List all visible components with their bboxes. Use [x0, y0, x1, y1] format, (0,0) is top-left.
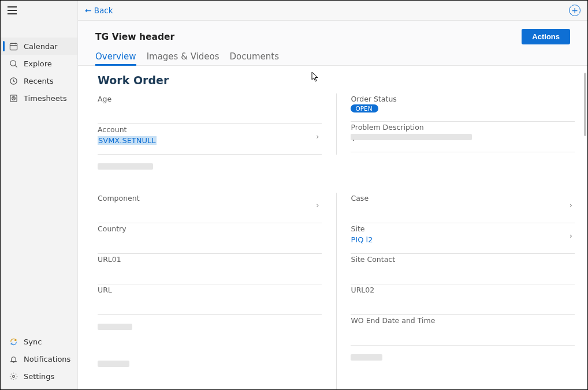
column-separator — [336, 93, 337, 155]
field-label: URL02 — [351, 286, 575, 294]
field-order-status[interactable]: Order Status OPEN — [351, 93, 575, 122]
field-value: PIQ l2 — [351, 235, 575, 244]
sidebar-item-recents[interactable]: Recents — [1, 72, 77, 89]
field-group-2: Component › Country URL01 URL — [98, 193, 575, 389]
field-redacted-right-1 — [351, 346, 575, 382]
sidebar-item-label: Explore — [24, 59, 52, 68]
field-site[interactable]: Site PIQ l2 › — [351, 223, 575, 254]
field-redacted-left-2 — [98, 315, 322, 352]
field-redacted-left-1 — [98, 155, 322, 193]
tab-images-videos[interactable]: Images & Videos — [147, 51, 219, 65]
field-label: Age — [98, 95, 322, 103]
sidebar-item-notifications[interactable]: Notifications — [1, 350, 77, 367]
gear-icon — [9, 372, 18, 381]
menu-icon[interactable] — [8, 6, 17, 14]
col-right: Order Status OPEN Problem Description — [350, 93, 575, 155]
sidebar-item-label: Timesheets — [24, 94, 67, 103]
field-url01[interactable]: URL01 — [98, 254, 322, 284]
tab-overview[interactable]: Overview — [95, 51, 136, 65]
back-arrow-icon: ← — [85, 6, 92, 15]
svg-point-4 — [10, 60, 15, 65]
field-case[interactable]: Case › — [351, 193, 575, 223]
chevron-right-icon: › — [316, 201, 319, 209]
sync-icon — [9, 337, 18, 346]
calendar-icon — [9, 42, 18, 51]
sidebar-item-label: Calendar — [24, 42, 57, 51]
sidebar-item-sync[interactable]: Sync — [1, 333, 77, 350]
status-badge: OPEN — [351, 104, 378, 112]
timesheet-icon — [9, 93, 18, 103]
scroller[interactable]: Work Order Age Account SVMX.SETNULL › — [78, 66, 582, 389]
svg-point-11 — [12, 375, 14, 377]
col-left: Phone — [98, 389, 322, 389]
col-left: Component › Country URL01 URL — [98, 193, 322, 389]
sidebar: Calendar Explore Recen — [1, 1, 78, 389]
field-problem-description[interactable]: Problem Description — [351, 122, 575, 152]
field-group-1: Age Account SVMX.SETNULL › Order Status … — [98, 93, 575, 155]
chevron-right-icon: › — [570, 201, 572, 209]
field-account[interactable]: Account SVMX.SETNULL › — [98, 124, 322, 155]
search-icon — [9, 59, 18, 68]
sidebar-item-label: Recents — [24, 77, 54, 85]
field-url[interactable]: URL — [98, 284, 322, 315]
nav-top: Calendar Explore Recen — [1, 20, 77, 107]
col-right: Case › Site PIQ l2 › Site Contact URL0 — [350, 193, 575, 389]
sidebar-item-explore[interactable]: Explore — [1, 55, 77, 72]
field-label: Country — [98, 224, 322, 233]
field-site-contact[interactable]: Site Contact — [351, 254, 575, 284]
col-right — [350, 155, 575, 193]
sidebar-item-timesheets[interactable]: Timesheets — [1, 89, 77, 107]
tab-documents[interactable]: Documents — [230, 51, 280, 65]
col-left: Age Account SVMX.SETNULL › — [98, 93, 322, 155]
clock-icon — [9, 76, 18, 85]
chevron-right-icon: › — [316, 132, 319, 141]
field-wo-end-date[interactable]: WO End Date and Time — [351, 315, 575, 346]
nav-bottom: Sync Notifications Setti — [1, 333, 77, 389]
field-label: Site Contact — [351, 255, 575, 264]
field-label: WO End Date and Time — [351, 316, 575, 325]
actions-button[interactable]: Actions — [522, 29, 570, 44]
sidebar-item-label: Sync — [24, 337, 42, 346]
section-title: Work Order — [98, 74, 575, 87]
back-button[interactable]: ← Back — [85, 6, 113, 15]
field-component[interactable]: Component › — [98, 193, 322, 223]
header-row: TG View header Actions — [95, 29, 570, 44]
field-label: Component — [98, 194, 322, 202]
col-left — [98, 155, 322, 193]
field-value-redacted — [351, 134, 575, 142]
field-group-1b — [98, 155, 575, 193]
field-label: URL01 — [98, 255, 322, 264]
field-label: URL — [98, 286, 322, 294]
bell-icon — [9, 354, 18, 363]
main: ← Back + TG View header Actions Overview… — [78, 1, 587, 389]
tabs: Overview Images & Videos Documents — [95, 51, 570, 65]
sidebar-item-settings[interactable]: Settings — [1, 367, 77, 385]
content-area: Work Order Age Account SVMX.SETNULL › — [78, 66, 587, 389]
col-right — [350, 389, 575, 389]
field-label: Case — [351, 194, 575, 202]
svg-line-5 — [15, 65, 17, 67]
plus-icon: + — [571, 6, 578, 14]
sidebar-item-calendar[interactable]: Calendar — [1, 38, 77, 55]
sidebar-item-label: Notifications — [24, 355, 70, 363]
scrollbar[interactable] — [584, 73, 586, 136]
field-url02[interactable]: URL02 — [351, 284, 575, 315]
svg-line-10 — [13, 98, 14, 99]
field-country[interactable]: Country — [98, 223, 322, 254]
field-value: SVMX.SETNULL — [98, 136, 157, 145]
field-phone[interactable]: Phone — [98, 389, 322, 389]
header-area: TG View header Actions Overview Images &… — [78, 21, 587, 66]
sidebar-top — [1, 1, 77, 20]
svg-rect-0 — [10, 43, 17, 50]
column-separator — [336, 389, 337, 389]
add-button[interactable]: + — [569, 5, 580, 16]
field-label: Account — [98, 125, 322, 134]
toolbar: ← Back + — [78, 1, 587, 21]
back-label: Back — [94, 6, 113, 15]
page-title: TG View header — [95, 32, 174, 42]
field-label: Problem Description — [351, 123, 575, 132]
chevron-right-icon: › — [570, 231, 572, 240]
field-redacted-left-3 — [98, 352, 322, 389]
app-frame: Calendar Explore Recen — [0, 0, 588, 390]
field-age[interactable]: Age — [98, 93, 322, 124]
